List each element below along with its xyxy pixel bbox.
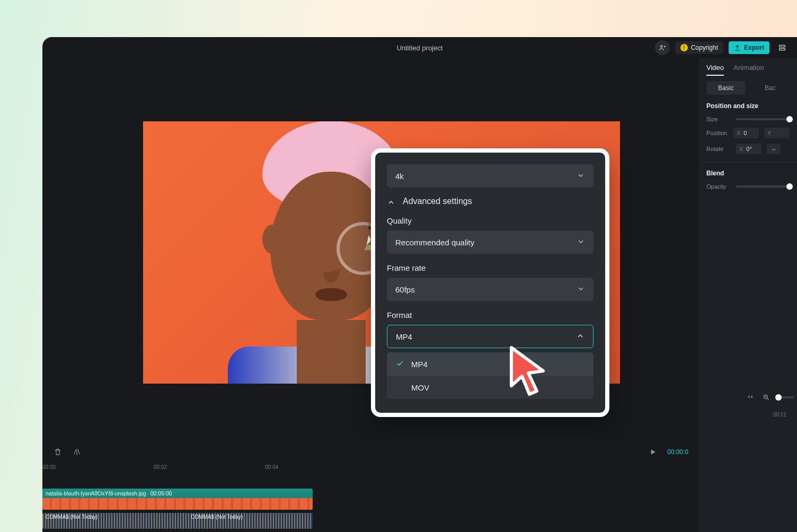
section-blend: Blend [706,170,790,177]
format-value: MP4 [396,332,412,341]
position-label: Position [706,130,728,136]
framerate-select[interactable]: 60fps [387,278,594,301]
quality-value: Recommended quality [395,238,474,247]
chevron-down-icon [577,237,585,247]
svg-rect-1 [780,45,785,47]
video-track-clip[interactable]: natalia-blauth-lysnA8OxYI8-unsplash.jpg … [42,489,313,510]
ruler-mark: 00:02 [154,464,265,476]
svg-point-0 [660,46,662,48]
upload-icon [734,45,741,51]
audio-track-clip[interactable]: COMMA$ (Not Today) COMMA$ (Not Today) [42,513,313,529]
timeline[interactable]: 00:00 00:02 00:04 natalia-blauth-lysnA8O… [42,464,699,532]
playhead-time: 00:00:0 [667,448,688,456]
format-option-mov[interactable]: MOV [387,376,594,399]
timeline-zoom-controls [746,393,797,402]
audio-clip-name: COMMA$ (Not Today) [191,514,243,520]
opacity-slider[interactable] [736,185,790,188]
opacity-label: Opacity [706,183,731,190]
advanced-settings-label: Advanced settings [403,197,472,206]
rotate-label: Rotate [706,146,731,152]
format-option-label: MP4 [411,360,428,369]
subtab-background[interactable]: Bac [751,81,790,95]
audio-clip-name: COMMA$ (Not Today) [46,514,98,520]
size-slider[interactable] [736,118,790,120]
mirror-icon[interactable] [72,447,82,457]
warning-icon: ! [680,44,688,51]
framerate-value: 60fps [395,285,415,294]
share-icon-button[interactable] [655,40,670,55]
chevron-down-icon [577,285,585,295]
check-icon [396,360,404,369]
format-dropdown-menu: MP4 MOV [387,352,594,399]
size-label: Size [706,116,731,122]
framerate-label: Frame rate [387,263,594,272]
delete-icon[interactable] [53,447,63,457]
rotate-reset-button[interactable]: – [767,144,781,154]
export-label: Export [744,44,764,51]
copyright-button[interactable]: ! Copyright [675,41,723,54]
format-select[interactable]: MP4 [387,325,594,348]
titlebar: Untitled project ! Copyright Export [42,37,797,58]
queue-icon-button[interactable] [775,40,790,55]
time-ruler[interactable]: 00:00 00:02 00:04 [42,464,699,476]
format-option-label: MOV [411,383,429,392]
tab-video[interactable]: Video [706,64,724,76]
quality-select[interactable]: Recommended quality [387,230,594,254]
advanced-settings-toggle[interactable]: Advanced settings [387,196,594,207]
resolution-select[interactable]: 4k [387,164,594,188]
ruler-mark: 00:04 [265,464,376,476]
chevron-up-icon [387,196,395,207]
position-y-input[interactable]: Y [764,128,790,138]
resolution-value: 4k [395,172,404,181]
copyright-label: Copyright [691,44,718,51]
subtab-basic[interactable]: Basic [706,81,746,95]
zoom-slider[interactable] [778,396,794,398]
project-title[interactable]: Untitled project [397,44,443,52]
format-option-mp4[interactable]: MP4 [387,352,594,376]
chevron-up-icon [576,332,585,342]
tab-animation[interactable]: Animation [733,64,764,76]
section-position-size: Position and size [706,102,790,110]
rotate-input[interactable]: X0° [736,144,761,154]
ruler-mark: 00:12 [773,412,786,418]
export-settings-modal: 4k Advanced settings Quality Recommended… [371,148,609,417]
clip-filename: natalia-blauth-lysnA8OxYI8-unsplash.jpg [46,490,146,496]
clip-duration: 00:05:00 [150,490,172,496]
play-icon[interactable] [648,447,658,457]
position-x-input[interactable]: X0 [733,128,759,138]
snap-icon[interactable] [746,393,755,402]
properties-panel: Video Animation Basic Bac Position and s… [699,58,797,532]
chevron-down-icon [577,171,585,181]
ruler-mark: 00:00 [42,464,154,476]
svg-rect-2 [780,48,785,50]
zoom-out-icon[interactable] [762,393,771,402]
format-label: Format [387,311,594,320]
player-controls: 00:00:0 [42,440,699,464]
export-button[interactable]: Export [729,41,769,54]
quality-label: Quality [387,216,594,225]
